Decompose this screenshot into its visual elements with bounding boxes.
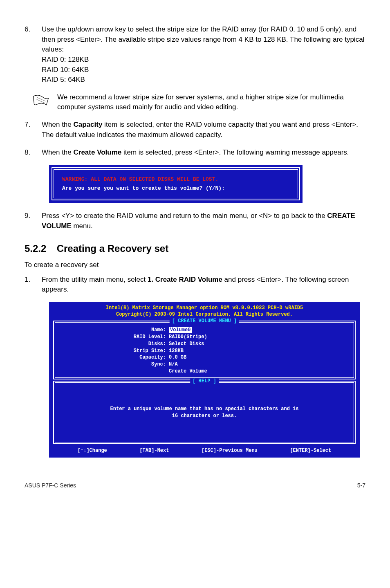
step-body: When the Capacity item is selected, ente…: [42, 120, 365, 140]
field-label: RAID Level:: [63, 334, 169, 341]
bios-header-line2: Copyright(C) 2003-09 Intel Corporation. …: [54, 311, 355, 318]
section-heading: 5.2.2 Creating a Recovery set: [25, 243, 365, 254]
step-1b: 1. From the utility main menu, select 1.…: [25, 275, 365, 295]
step-line: RAID 0: 128KB: [42, 56, 89, 63]
step-number: 1.: [25, 275, 42, 295]
text: menu.: [72, 222, 93, 230]
step-body: From the utility main menu, select 1. Cr…: [42, 275, 365, 295]
footer-hint: [ENTER]-Select: [290, 448, 331, 453]
warning-dialog: WARNING: ALL DATA ON SELECTED DISKS WILL…: [49, 165, 303, 203]
step-line: RAID 10: 64KB: [42, 66, 89, 74]
bold-term: Capacity: [74, 121, 103, 128]
step-number: 8.: [25, 148, 42, 158]
text: When the: [42, 148, 74, 156]
bold-term: Create Volume: [74, 148, 122, 156]
bios-footer: [↑↓]Change [TAB]-Next [ESC]-Previous Men…: [49, 445, 360, 458]
step-8: 8. When the Create Volume item is select…: [25, 148, 365, 158]
step-9: 9. Press <Y> to create the RAID volume a…: [25, 211, 365, 231]
step-body: Use the up/down arrow key to select the …: [42, 25, 365, 85]
field-label: Name:: [63, 327, 169, 334]
page-footer: ASUS P7F-C Series 5-7: [25, 482, 365, 489]
step-number: 7.: [25, 120, 42, 140]
create-volume-panel: [ CREATE VOLUME MENU ] Name:Volume0 RAID…: [53, 321, 356, 379]
step-7: 7. When the Capacity item is selected, e…: [25, 120, 365, 140]
step-line: RAID 5: 64KB: [42, 76, 85, 83]
warning-text-white: Are you sure you want to create this vol…: [62, 185, 225, 191]
step-number: 6.: [25, 25, 42, 85]
field-value: Select Disks: [169, 341, 204, 348]
note-icon: [25, 92, 57, 105]
field-label: Disks:: [63, 341, 169, 348]
help-panel: [ HELP ] Enter a unique volume name that…: [53, 381, 356, 444]
note-block: We recommend a lower stripe size for ser…: [25, 92, 365, 112]
footer-left: ASUS P7F-C Series: [25, 482, 76, 489]
panel-title: [ HELP ]: [190, 378, 219, 384]
section-number: 5.2.2: [25, 243, 54, 254]
field-label: Strip Size:: [63, 348, 169, 355]
bold-term: 1. Create RAID Volume: [148, 276, 222, 283]
intro-text: To create a recovery set: [25, 261, 365, 269]
footer-hint: [ESC]-Previous Menu: [202, 448, 258, 453]
text: Press <Y> to create the RAID volume and …: [42, 212, 327, 220]
footer-right: 5-7: [357, 482, 365, 489]
field-value: Create Volume: [169, 368, 207, 375]
section-title: Creating a Recovery set: [57, 243, 168, 254]
field-label: Capacity:: [63, 354, 169, 361]
help-line: Enter a unique volume name that has no s…: [67, 406, 342, 413]
help-line: 16 characters or less.: [67, 413, 342, 420]
footer-hint: [TAB]-Next: [139, 448, 169, 453]
text: When the: [42, 121, 74, 128]
bios-header-line1: Intel(R) Matrix Storage Manager option R…: [54, 305, 355, 311]
step-body: Press <Y> to create the RAID volume and …: [42, 211, 365, 231]
field-value: RAID0(Stripe): [169, 334, 207, 341]
step-text: Use the up/down arrow key to select the …: [42, 25, 364, 53]
bios-screen: Intel(R) Matrix Storage Manager option R…: [49, 302, 360, 458]
text: item is selected, press <Enter>. The fol…: [121, 148, 349, 156]
warning-text-red: WARNING: ALL DATA ON SELECTED DISKS WILL…: [62, 175, 289, 184]
step-6: 6. Use the up/down arrow key to select t…: [25, 25, 365, 85]
field-value: 0.0 GB: [169, 354, 186, 361]
field-value: N/A: [169, 361, 178, 368]
text: From the utility main menu, select: [42, 276, 148, 283]
field-value: 128KB: [169, 348, 184, 355]
field-label: Sync:: [63, 361, 169, 368]
bios-header: Intel(R) Matrix Storage Manager option R…: [49, 302, 360, 319]
note-text: We recommend a lower stripe size for ser…: [57, 92, 365, 112]
panel-title: [ CREATE VOLUME MENU ]: [170, 318, 239, 324]
field-value-name: Volume0: [169, 327, 192, 333]
footer-hint: [↑↓]Change: [78, 448, 107, 453]
step-number: 9.: [25, 211, 42, 231]
field-label: [63, 368, 169, 375]
step-body: When the Create Volume item is selected,…: [42, 148, 365, 158]
